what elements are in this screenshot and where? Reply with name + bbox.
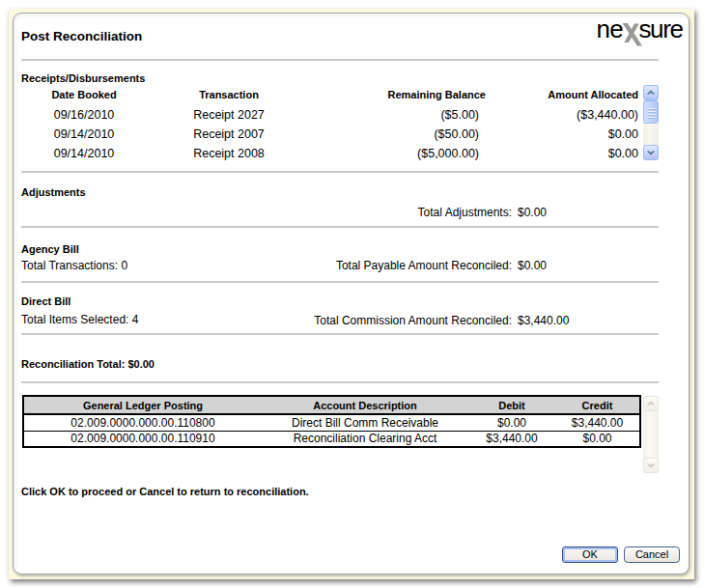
- svg-text:sure: sure: [639, 14, 684, 43]
- svg-text:ne: ne: [597, 14, 624, 43]
